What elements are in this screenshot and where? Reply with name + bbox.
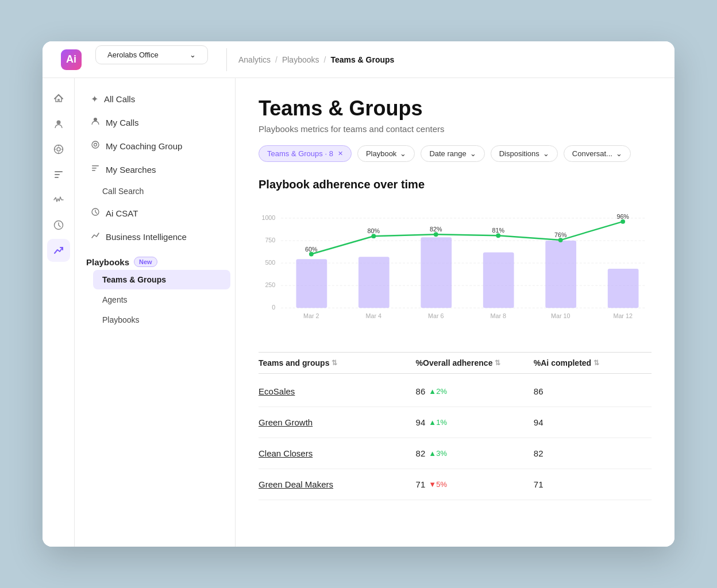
nav-business-intel[interactable]: Business Intelligence — [79, 225, 230, 248]
main-content: Teams & Groups Playbooks metrics for tea… — [236, 78, 674, 547]
breadcrumb-playbooks[interactable]: Playbooks — [282, 55, 319, 64]
nav-ai-csat[interactable]: Ai CSAT — [79, 202, 230, 225]
team-name-green-growth[interactable]: Green Growth — [259, 417, 416, 427]
svg-text:250: 250 — [265, 281, 275, 288]
svg-text:82%: 82% — [430, 226, 442, 233]
svg-point-37 — [496, 233, 500, 238]
svg-point-34 — [309, 252, 314, 257]
chevron-down-icon: ⌄ — [470, 149, 476, 158]
adherence-green-growth: 94 ▲1% — [416, 417, 534, 427]
app-window: Ai Aerolabs Office ⌄ Analytics / Playboo… — [43, 41, 674, 547]
chevron-down-icon: ⌄ — [190, 51, 196, 59]
svg-text:Mar 6: Mar 6 — [428, 312, 444, 319]
chart-title: Playbook adherence over time — [259, 178, 652, 191]
svg-rect-15 — [92, 168, 97, 169]
nav-icon-business-intel[interactable] — [47, 239, 70, 262]
nav-icon-searches[interactable] — [47, 163, 70, 186]
chart-container: 1000 750 500 250 0 — [259, 203, 652, 329]
nav-icon-my-calls[interactable] — [47, 113, 70, 136]
svg-point-12 — [92, 141, 99, 148]
svg-rect-9 — [55, 177, 59, 178]
svg-text:60%: 60% — [305, 246, 318, 253]
chevron-down-icon: ⌄ — [616, 149, 622, 158]
sort-icon[interactable]: ⇅ — [593, 359, 599, 367]
chevron-down-icon: ⌄ — [543, 149, 549, 158]
sort-icon[interactable]: ⇅ — [331, 359, 337, 367]
trend-up-icon: ▲2% — [429, 387, 447, 396]
svg-rect-33 — [608, 269, 639, 308]
svg-text:500: 500 — [265, 259, 275, 266]
col-ai-completed: %Ai completed ⇅ — [534, 358, 652, 368]
nav-all-calls-label: All Calls — [104, 94, 135, 104]
nav-all-calls[interactable]: ✦ All Calls — [79, 88, 230, 110]
nav-my-calls[interactable]: My Calls — [79, 111, 230, 134]
trend-down-icon: ▼5% — [429, 480, 447, 489]
conversation-filter[interactable]: Conversat... ⌄ — [564, 145, 631, 162]
table-section: Teams and groups ⇅ %Overall adherence ⇅ … — [259, 352, 652, 500]
page-subtitle: Playbooks metrics for teams and contact … — [259, 124, 652, 134]
nav-agents[interactable]: Agents — [93, 290, 230, 310]
svg-rect-31 — [483, 253, 514, 308]
svg-point-0 — [56, 121, 60, 125]
svg-text:Mar 8: Mar 8 — [491, 312, 506, 319]
all-calls-icon: ✦ — [91, 94, 98, 105]
ai-completed-green-deal-makers: 71 — [534, 479, 652, 489]
agents-label: Agents — [102, 295, 128, 304]
table-row: Clean Closers 82 ▲3% 82 — [259, 438, 652, 469]
nav-coaching[interactable]: My Coaching Group — [79, 134, 230, 157]
date-range-filter[interactable]: Date range ⌄ — [421, 145, 484, 162]
ai-completed-clean-closers: 82 — [534, 448, 652, 458]
ai-completed-ecosales: 86 — [534, 386, 652, 396]
svg-rect-28 — [296, 259, 327, 308]
dispositions-label: Dispositions — [499, 149, 539, 158]
breadcrumb-analytics[interactable]: Analytics — [238, 55, 271, 64]
svg-text:96%: 96% — [616, 213, 629, 220]
nav-my-calls-label: My Calls — [106, 118, 139, 127]
my-calls-icon — [91, 117, 100, 128]
col-teams: Teams and groups ⇅ — [259, 358, 416, 368]
my-searches-subnav: Call Search — [75, 181, 235, 201]
chip-label: Teams & Groups · 8 — [267, 149, 333, 158]
workspace-selector[interactable]: Aerolabs Office ⌄ — [88, 45, 215, 74]
body: ✦ All Calls My Calls My Coaching Group — [43, 78, 674, 547]
date-range-label: Date range — [429, 149, 466, 158]
team-name-clean-closers[interactable]: Clean Closers — [259, 448, 416, 458]
svg-text:Mar 10: Mar 10 — [551, 312, 570, 319]
teams-groups-filter-chip[interactable]: Teams & Groups · 8 ✕ — [259, 145, 352, 162]
chart-svg: 1000 750 500 250 0 — [259, 203, 652, 329]
breadcrumb: Analytics / Playbooks / Teams & Groups — [238, 55, 394, 64]
nav-sidebar: ✦ All Calls My Calls My Coaching Group — [75, 78, 236, 547]
svg-point-36 — [434, 232, 438, 237]
table-row: Green Growth 94 ▲1% 94 — [259, 407, 652, 438]
svg-rect-7 — [55, 171, 63, 172]
ai-completed-green-growth: 94 — [534, 417, 652, 427]
nav-teams-groups[interactable]: Teams & Groups — [93, 270, 230, 289]
new-badge: New — [134, 257, 157, 267]
playbook-label: Playbook — [366, 149, 396, 158]
svg-text:Mar 12: Mar 12 — [613, 312, 632, 319]
playbooks-label: Playbooks — [86, 257, 129, 267]
filter-bar: Teams & Groups · 8 ✕ Playbook ⌄ Date ran… — [259, 145, 652, 162]
nav-icon-coaching[interactable] — [47, 138, 70, 161]
playbook-filter[interactable]: Playbook ⌄ — [357, 145, 415, 162]
svg-rect-8 — [55, 174, 60, 175]
svg-rect-29 — [358, 257, 390, 308]
nav-playbooks[interactable]: Playbooks — [93, 310, 230, 330]
playbooks-section: Playbooks New — [75, 249, 235, 269]
svg-text:0: 0 — [272, 304, 275, 311]
dispositions-filter[interactable]: Dispositions ⌄ — [491, 145, 558, 162]
svg-point-13 — [94, 144, 97, 146]
nav-icon-history[interactable] — [47, 214, 70, 237]
team-name-ecosales[interactable]: EcoSales — [259, 386, 416, 396]
close-icon[interactable]: ✕ — [338, 150, 343, 157]
svg-text:Mar 2: Mar 2 — [303, 312, 319, 319]
chevron-down-icon: ⌄ — [400, 149, 406, 158]
nav-my-searches-label: My Searches — [106, 165, 156, 175]
nav-call-search[interactable]: Call Search — [93, 181, 230, 201]
sort-icon[interactable]: ⇅ — [495, 359, 500, 367]
nav-icon-all-calls[interactable] — [47, 87, 70, 110]
nav-my-searches[interactable]: My Searches — [79, 158, 230, 181]
team-name-green-deal-makers[interactable]: Green Deal Makers — [259, 479, 416, 489]
nav-icon-waveform[interactable] — [47, 188, 70, 211]
playbooks-subnav: Teams & Groups Agents Playbooks — [75, 270, 235, 330]
